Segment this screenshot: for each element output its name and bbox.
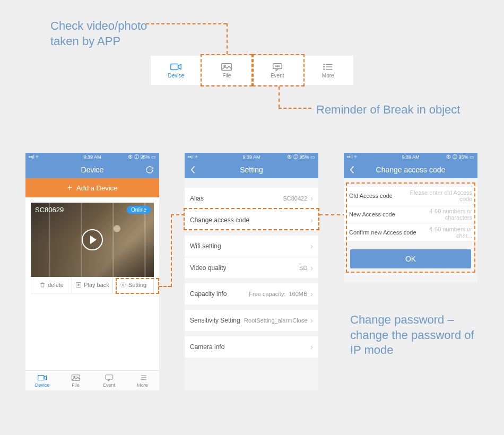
tab-event[interactable]: Event bbox=[252, 56, 303, 85]
row-alias[interactable]: Alias SC80422 › bbox=[185, 188, 318, 209]
back-button[interactable] bbox=[190, 161, 196, 178]
page-title: Change access code bbox=[376, 166, 446, 174]
row-value: SD bbox=[299, 265, 307, 271]
tab-label: More bbox=[137, 382, 148, 388]
svg-point-6 bbox=[279, 66, 279, 66]
back-button[interactable] bbox=[349, 161, 355, 178]
add-device-button[interactable]: + Add a Device bbox=[25, 178, 159, 197]
status-time: 9:39 AM bbox=[185, 154, 318, 160]
row-label: Camera info bbox=[190, 343, 310, 351]
device-actions: delete Play back Setting bbox=[31, 277, 154, 293]
navbar-settings: Setting bbox=[185, 161, 318, 178]
camera-icon bbox=[38, 374, 47, 381]
row-video-quality[interactable]: Video quality SD › bbox=[185, 257, 318, 278]
tab-file[interactable]: File bbox=[202, 56, 253, 85]
svg-point-2 bbox=[224, 65, 225, 67]
row-sensitivity[interactable]: Sensitivity Setting RootSetting_alarmClo… bbox=[185, 310, 318, 331]
row-old-code[interactable]: Old Access code Please enter old Access … bbox=[344, 187, 477, 205]
tab-more[interactable]: More bbox=[303, 56, 354, 85]
list-icon bbox=[322, 62, 334, 72]
svg-rect-0 bbox=[171, 64, 178, 70]
row-label: New Access code bbox=[349, 211, 407, 218]
tab-label: File bbox=[222, 73, 231, 79]
status-bar: ••ıl ᯤ 9:39 AM ⦿ ⓘ 95% ▭ bbox=[185, 153, 318, 161]
svg-point-10 bbox=[324, 64, 324, 65]
tab-more[interactable]: More bbox=[126, 371, 159, 390]
tab-label: Device bbox=[35, 382, 50, 388]
chevron-right-icon: › bbox=[310, 343, 313, 351]
svg-point-12 bbox=[324, 69, 324, 69]
row-value: SC80422 bbox=[283, 195, 307, 202]
camera-icon bbox=[170, 62, 182, 72]
row-label: Capacity info bbox=[190, 290, 249, 298]
row-label: Old Access code bbox=[349, 193, 407, 199]
row-label: Wifi setting bbox=[190, 242, 310, 250]
gear-icon bbox=[120, 282, 126, 288]
tab-label: Event bbox=[271, 73, 284, 79]
tab-file[interactable]: File bbox=[59, 371, 92, 390]
tab-label: Event bbox=[103, 382, 115, 388]
image-icon bbox=[221, 62, 232, 72]
play-icon bbox=[75, 282, 82, 288]
svg-point-5 bbox=[277, 66, 277, 66]
chat-icon bbox=[105, 374, 114, 381]
ok-label: OK bbox=[405, 255, 416, 263]
tab-label: Device bbox=[168, 73, 184, 79]
tab-label: More bbox=[322, 73, 334, 79]
row-wifi[interactable]: Wifi setting › bbox=[185, 236, 318, 257]
status-bar: ••ıl ᯤ 9:39 AM ⦿ ⓘ 95% ▭ bbox=[344, 153, 477, 161]
input-placeholder[interactable]: 4-60 numbers or char... bbox=[418, 226, 472, 239]
status-bar: ••ıl ᯤ 9:39 AM ⦿ ⓘ 95% ▭ bbox=[25, 153, 159, 161]
connector bbox=[227, 23, 228, 54]
device-thumbnail[interactable]: SC80629 Online bbox=[31, 203, 154, 277]
delete-button[interactable]: delete bbox=[31, 277, 72, 293]
playback-button[interactable]: Play back bbox=[72, 277, 112, 293]
add-device-label: Add a Device bbox=[76, 184, 117, 192]
chevron-right-icon: › bbox=[310, 216, 313, 224]
playback-label: Play back bbox=[84, 282, 109, 288]
chevron-right-icon: › bbox=[310, 194, 313, 203]
svg-rect-15 bbox=[38, 375, 44, 380]
row-confirm-code[interactable]: Confirm new Access code 4-60 numbers or … bbox=[344, 223, 477, 241]
row-label: Change access code bbox=[190, 216, 310, 224]
chevron-left-icon bbox=[349, 166, 355, 174]
device-card: SC80629 Online delete Play back Setting bbox=[31, 203, 154, 293]
row-label: Confirm new Access code bbox=[349, 229, 418, 236]
tab-event[interactable]: Event bbox=[92, 371, 126, 390]
svg-point-11 bbox=[324, 66, 324, 67]
setting-label: Setting bbox=[128, 282, 146, 288]
online-badge: Online bbox=[127, 206, 151, 214]
caption-reminder: Reminder of Break in object bbox=[316, 102, 460, 118]
status-time: 9:39 AM bbox=[344, 154, 477, 160]
ok-button[interactable]: OK bbox=[350, 249, 471, 268]
input-placeholder[interactable]: 4-60 numbers or characters bbox=[407, 208, 472, 221]
list-icon bbox=[138, 374, 147, 381]
input-placeholder[interactable]: Please enter old Access code bbox=[407, 189, 472, 202]
chevron-right-icon: › bbox=[310, 242, 313, 250]
status-time: 9:39 AM bbox=[25, 154, 159, 160]
row-label: Sensitivity Setting bbox=[190, 317, 244, 324]
row-new-code[interactable]: New Access code 4-60 numbers or characte… bbox=[344, 205, 477, 223]
row-change-access-code[interactable]: Change access code › bbox=[185, 209, 318, 230]
tab-device[interactable]: Device bbox=[25, 371, 59, 390]
row-label: Video quality bbox=[190, 264, 299, 272]
tab-device[interactable]: Device bbox=[151, 56, 202, 85]
bottom-tabbar: Device File Event More bbox=[25, 370, 159, 390]
row-label: Alias bbox=[190, 195, 283, 202]
row-capacity[interactable]: Capacity info Free capacity: 160MB › bbox=[185, 283, 318, 304]
setting-button[interactable]: Setting bbox=[112, 277, 153, 293]
navbar-change-access: Change access code bbox=[344, 161, 477, 178]
svg-rect-18 bbox=[106, 375, 113, 379]
page-title: Setting bbox=[240, 166, 263, 174]
connector bbox=[159, 286, 171, 287]
refresh-icon[interactable] bbox=[145, 161, 154, 178]
plus-icon: + bbox=[67, 183, 72, 193]
caption-password: Change password – change the password of… bbox=[350, 312, 483, 358]
phone-change-access: ••ıl ᯤ 9:39 AM ⦿ ⓘ 95% ▭ Change access c… bbox=[344, 153, 477, 283]
svg-point-14 bbox=[122, 284, 124, 286]
connector bbox=[279, 86, 280, 108]
row-camera-info[interactable]: Camera info › bbox=[185, 336, 318, 358]
phone-device-list: ••ıl ᯤ 9:39 AM ⦿ ⓘ 95% ▭ Device + Add a … bbox=[25, 153, 159, 390]
tab-label: File bbox=[72, 382, 80, 388]
play-icon[interactable] bbox=[82, 229, 103, 250]
